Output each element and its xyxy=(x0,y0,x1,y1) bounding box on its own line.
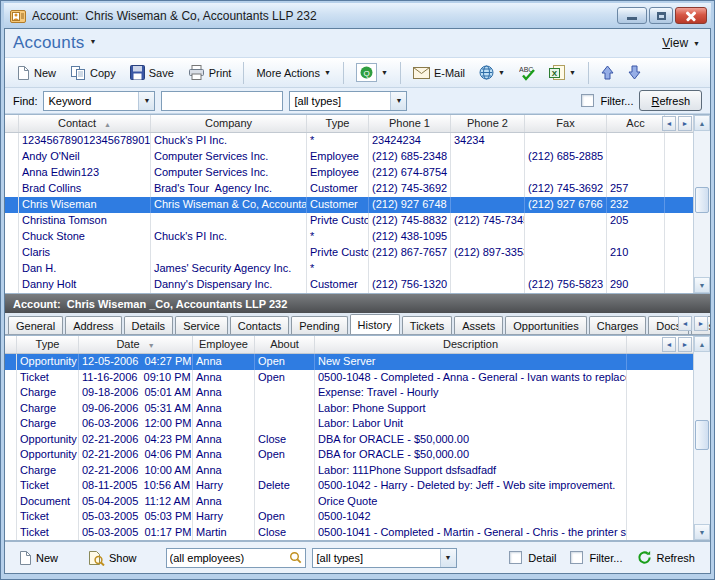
table-row[interactable]: Danny HoltDanny's Dispensary Inc.Custome… xyxy=(5,277,693,293)
history-filter-checkbox[interactable] xyxy=(570,551,583,564)
employees-filter-input[interactable] xyxy=(167,552,289,564)
history-vertical-scrollbar[interactable]: ▲ ▼ xyxy=(693,336,710,540)
table-row[interactable]: Brad CollinsBrad's Tour Agency Inc.Custo… xyxy=(5,181,693,197)
scroll-down-button[interactable]: ▼ xyxy=(694,524,710,540)
more-actions-button[interactable]: More Actions ▼ xyxy=(251,64,336,82)
scrollbar-track[interactable] xyxy=(694,352,710,524)
table-cell: (212) 745-8832 xyxy=(369,213,451,229)
table-row[interactable]: Ticket11-16-2006 09:10 PMAnnaOpen0500-10… xyxy=(5,370,693,386)
detail-checkbox[interactable] xyxy=(509,551,522,564)
scroll-down-button[interactable]: ▼ xyxy=(694,277,710,293)
web-button[interactable]: ▼ xyxy=(474,62,510,83)
find-search-input[interactable] xyxy=(161,91,283,111)
refresh-button[interactable]: Refresh xyxy=(639,90,702,111)
new-button[interactable]: New xyxy=(11,62,61,84)
table-row[interactable]: Andy O'NeilComputer Services Inc.Employe… xyxy=(5,149,693,165)
scroll-tabs-right-button[interactable]: ► xyxy=(694,316,708,331)
table-row[interactable]: Anna Edwin123Computer Services Inc.Emplo… xyxy=(5,165,693,181)
tab-charges[interactable]: Charges xyxy=(589,316,647,334)
table-row[interactable]: Opportunity02-21-2006 04:06 PMAnnaOpenDB… xyxy=(5,447,693,463)
table-row[interactable]: Ticket05-03-2005 05:03 PMHarryOpen0500-1… xyxy=(5,509,693,525)
accounts-menu[interactable]: Accounts ▼ xyxy=(13,33,97,53)
column-header-type[interactable]: Type xyxy=(307,115,369,132)
table-row[interactable]: Opportunity02-21-2006 04:23 PMAnnaCloseD… xyxy=(5,432,693,448)
table-row[interactable]: Charge09-18-2006 05:01 AMAnnaExpense: Tr… xyxy=(5,385,693,401)
tab-pending[interactable]: Pending xyxy=(291,316,347,334)
maximize-button[interactable] xyxy=(649,7,673,24)
column-header-fax[interactable]: Fax xyxy=(525,115,607,132)
email-button[interactable]: E-Mail xyxy=(408,64,470,82)
find-field-selector[interactable]: Keyword ▼ xyxy=(43,91,155,111)
chevron-down-icon[interactable]: ▼ xyxy=(440,549,456,567)
tab-address[interactable]: Address xyxy=(65,316,121,334)
scroll-columns-right-button[interactable]: ► xyxy=(678,337,692,352)
scrollbar-thumb[interactable] xyxy=(695,187,709,213)
history-refresh-button[interactable]: Refresh xyxy=(632,547,700,568)
column-header-about[interactable]: About xyxy=(255,336,315,353)
next-record-button[interactable] xyxy=(623,62,646,83)
filter-checkbox[interactable] xyxy=(581,94,594,107)
chevron-down-icon[interactable]: ▼ xyxy=(138,92,154,110)
close-button[interactable] xyxy=(675,7,707,24)
tab-opportunities[interactable]: Opportunities xyxy=(505,316,586,334)
table-row[interactable]: Charge09-06-2006 05:31 AMAnnaLabor: Phon… xyxy=(5,401,693,417)
tab-service[interactable]: Service xyxy=(175,316,228,334)
chevron-down-icon[interactable]: ▼ xyxy=(390,92,406,110)
previous-record-button[interactable] xyxy=(596,62,619,83)
table-row[interactable]: Charge06-03-2006 12:00 PMAnnaLabor: Labo… xyxy=(5,416,693,432)
scroll-up-button[interactable]: ▲ xyxy=(694,115,710,131)
export-excel-button[interactable]: X ▼ xyxy=(544,62,581,84)
scrollbar-track[interactable] xyxy=(694,131,710,277)
tab-contacts[interactable]: Contacts xyxy=(230,316,289,334)
table-cell: Anna xyxy=(193,432,255,448)
table-row[interactable]: Document05-04-2005 11:12 AMAnnaOrice Quo… xyxy=(5,494,693,510)
column-header-description[interactable]: Description xyxy=(315,336,627,353)
scroll-tabs-left-button[interactable]: ◄ xyxy=(678,316,692,331)
tab-details[interactable]: Details xyxy=(124,316,174,334)
minimize-button[interactable] xyxy=(617,7,647,24)
scrollbar-thumb[interactable] xyxy=(695,420,709,450)
scroll-columns-right-button[interactable]: ► xyxy=(678,116,692,131)
save-button[interactable]: Save xyxy=(125,62,179,83)
scroll-columns-left-button[interactable]: ◄ xyxy=(662,116,676,131)
table-cell: (212) 756-1320 xyxy=(369,277,451,293)
table-row[interactable]: Chris WisemanChris Wiseman & Co, Account… xyxy=(5,197,693,213)
tab-tickets[interactable]: Tickets xyxy=(402,316,452,334)
search-icon[interactable] xyxy=(289,551,302,564)
find-type-filter[interactable]: [all types] ▼ xyxy=(289,91,407,111)
accounts-vertical-scrollbar[interactable]: ▲ ▼ xyxy=(693,115,710,293)
column-header-contact[interactable]: Contact▲ xyxy=(19,115,151,132)
employees-filter-field[interactable] xyxy=(166,548,306,568)
table-row[interactable]: Opportunity12-05-2006 04:27 PMAnnaOpenNe… xyxy=(5,354,693,370)
tab-history[interactable]: History xyxy=(350,314,400,334)
table-row[interactable]: Charge02-21-2006 10:00 AMAnnaLabor: 111P… xyxy=(5,463,693,479)
tab-assets[interactable]: Assets xyxy=(454,316,503,334)
tab-general[interactable]: General xyxy=(8,316,63,334)
print-button[interactable]: Print xyxy=(183,62,237,83)
view-menu[interactable]: View ▼ xyxy=(662,36,700,50)
copy-button[interactable]: Copy xyxy=(65,62,121,84)
table-row[interactable]: Christina TomsonPrivte Custor(212) 745-8… xyxy=(5,213,693,229)
table-row[interactable]: Ticket08-11-2005 10:56 AMHarryDelete0500… xyxy=(5,478,693,494)
column-header-date[interactable]: Date▼ xyxy=(79,336,193,353)
scroll-up-button[interactable]: ▲ xyxy=(694,336,710,352)
table-row[interactable]: Dan H.James' Security Agency Inc.* xyxy=(5,261,693,277)
scroll-columns-left-button[interactable]: ◄ xyxy=(662,337,676,352)
column-header-phone2[interactable]: Phone 2 xyxy=(451,115,525,132)
quickbooks-link-button[interactable]: Q ▼ xyxy=(351,60,393,85)
table-row[interactable]: ClarisPrivte Custor(212) 867-7657(212) 8… xyxy=(5,245,693,261)
column-header-company[interactable]: Company xyxy=(151,115,307,132)
minimize-icon xyxy=(627,17,637,20)
show-button[interactable]: Show xyxy=(83,547,142,569)
column-header-account[interactable]: Acc xyxy=(607,115,665,132)
table-row[interactable]: Chuck StoneChuck's PI Inc.*(212) 438-109… xyxy=(5,229,693,245)
history-type-filter[interactable]: [all types] ▼ xyxy=(312,548,457,568)
column-header-employee[interactable]: Employee xyxy=(193,336,255,353)
new-history-button[interactable]: New xyxy=(13,547,63,569)
table-row[interactable]: 123456789012345678901Chuck's PI Inc.*234… xyxy=(5,133,693,149)
table-row[interactable]: Ticket05-03-2005 01:17 PMMartinClose0500… xyxy=(5,525,693,541)
column-header-phone1[interactable]: Phone 1 xyxy=(369,115,451,132)
column-header-type[interactable]: Type xyxy=(17,336,79,353)
table-cell: Anna Edwin123 xyxy=(19,165,151,181)
spell-check-button[interactable]: ABC xyxy=(514,62,540,84)
